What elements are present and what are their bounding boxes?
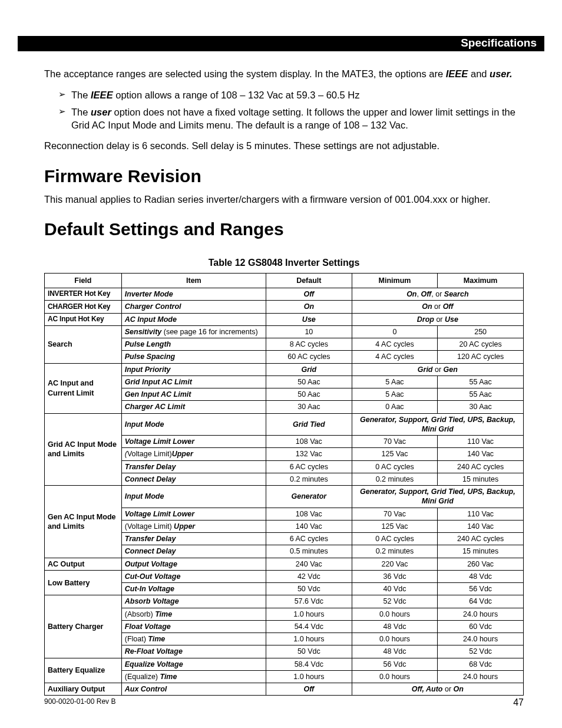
cell-item: (Voltage Limit) Upper: [121, 520, 266, 532]
header-section-label: Specifications: [457, 37, 540, 50]
intro-p1: The acceptance ranges are selected using…: [44, 68, 524, 80]
cell-item: (Float) Time: [121, 633, 266, 645]
cell-item: Charger Control: [121, 301, 266, 313]
cell-field: Low Battery: [45, 570, 122, 595]
cell-min: 0.0 hours: [352, 670, 438, 683]
opt: Off: [421, 290, 431, 298]
table-row: AC Input and Current Limit Input Priorit…: [45, 363, 524, 375]
th-item: Item: [121, 273, 266, 288]
cell-min: 5 Aac: [352, 388, 438, 401]
emph: user.: [490, 68, 513, 79]
th-field: Field: [45, 273, 122, 288]
cell-range: Grid or Gen: [352, 363, 523, 375]
cell-min: 0.2 minutes: [352, 545, 438, 558]
cell-field: Grid AC Input Mode and Limits: [45, 413, 122, 486]
cell-range: Generator, Support, Grid Tied, UPS, Back…: [352, 486, 523, 508]
cell-max: 60 Vdc: [438, 620, 524, 633]
cell-min: 4 AC cycles: [352, 351, 438, 363]
cell-max: 240 AC cycles: [438, 460, 524, 473]
text: and: [468, 68, 490, 79]
cell-field: AC Input and Current Limit: [45, 363, 122, 413]
cell-def: 0.2 minutes: [266, 473, 352, 485]
opt: Grid: [418, 365, 433, 374]
opt: Off: [443, 302, 454, 311]
cell-range: On or Off: [352, 301, 523, 313]
cell-max: 120 AC cycles: [438, 351, 524, 363]
text: Voltage Limit): [127, 450, 172, 458]
cell-def: 1.0 hours: [266, 633, 352, 645]
cell-min: 48 Vdc: [352, 620, 438, 633]
cell-def: 57.6 Vdc: [266, 595, 352, 608]
cell-def: Off: [266, 288, 352, 301]
cell-max: 15 minutes: [438, 545, 524, 558]
cell-item: Absorb Voltage: [121, 595, 266, 608]
cell-max: 64 Vdc: [438, 595, 524, 608]
opt: On: [422, 302, 432, 311]
cell-max: 24.0 hours: [438, 670, 524, 683]
cell-item: Output Voltage: [121, 558, 266, 570]
cell-item: Sensitivity (see page 16 for increments): [121, 325, 266, 338]
footer-doc-id: 900-0020-01-00 Rev B: [44, 697, 115, 708]
emph: Upper: [174, 522, 195, 531]
opt: Drop: [417, 315, 434, 324]
cell-def: 42 Vdc: [266, 570, 352, 582]
cell-item: Cut-Out Voltage: [121, 570, 266, 582]
cell-min: 5 Aac: [352, 375, 438, 388]
cell-min: 36 Vdc: [352, 570, 438, 582]
cell-min: 0: [352, 325, 438, 338]
cell-item: (Voltage Limit)Upper: [121, 448, 266, 460]
cell-item: Cut-In Voltage: [121, 583, 266, 595]
opt: On: [454, 685, 464, 693]
opt: Off, Auto: [412, 685, 443, 693]
cell-def: Grid: [266, 363, 352, 375]
body-content: The acceptance ranges are selected using…: [44, 29, 524, 696]
cell-min: 56 Vdc: [352, 658, 438, 670]
cell-min: 0 AC cycles: [352, 460, 438, 473]
opt: Use: [445, 315, 458, 324]
cell-def: 8 AC cycles: [266, 338, 352, 351]
sep: or: [433, 365, 444, 374]
cell-item: Inverter Mode: [121, 288, 266, 301]
cell-range: Off, Auto or On: [352, 683, 523, 696]
cell-min: 0 Aac: [352, 401, 438, 413]
header-bar: Specifications: [18, 36, 544, 51]
emph: Sensitivity: [125, 328, 162, 336]
cell-def: 60 AC cycles: [266, 351, 352, 363]
intro-bullets: The IEEE option allows a range of 108 – …: [44, 88, 524, 131]
cell-item: Voltage Limit Lower: [121, 508, 266, 520]
cell-min: 0.0 hours: [352, 633, 438, 645]
cell-item: Gen Input AC Limit: [121, 388, 266, 401]
bullet-ieee: The IEEE option allows a range of 108 – …: [58, 88, 524, 101]
cell-def: 108 Vac: [266, 508, 352, 520]
cell-field: Auxiliary Output: [45, 683, 122, 696]
text: (Voltage Limit): [125, 522, 174, 531]
cell-max: 68 Vdc: [438, 658, 524, 670]
cell-min: 0.0 hours: [352, 608, 438, 620]
table-caption: Table 12 GS8048 Inverter Settings: [44, 257, 524, 269]
cell-min: 48 Vdc: [352, 645, 438, 658]
cell-max: 140 Vac: [438, 520, 524, 532]
cell-min: 0 AC cycles: [352, 533, 438, 545]
cell-min: 4 AC cycles: [352, 338, 438, 351]
cell-min: 70 Vac: [352, 508, 438, 520]
cell-item: Input Priority: [121, 363, 266, 375]
cell-def: 50 Vdc: [266, 645, 352, 658]
text: (Float): [125, 635, 148, 643]
table-row: Battery Charger Absorb Voltage 57.6 Vdc …: [45, 595, 524, 608]
cell-def: 1.0 hours: [266, 608, 352, 620]
table-row: Battery Equalize Equalize Voltage 58.4 V…: [45, 658, 524, 670]
table-row: INVERTER Hot Key Inverter Mode Off On, O…: [45, 288, 524, 301]
table-row: CHARGER Hot Key Charger Control On On or…: [45, 301, 524, 313]
cell-item: Pulse Length: [121, 338, 266, 351]
cell-max: 48 Vdc: [438, 570, 524, 582]
cell-def: 140 Vac: [266, 520, 352, 532]
text: (see page 16 for increments): [161, 328, 257, 336]
footer: 900-0020-01-00 Rev B 47: [44, 697, 524, 708]
cell-item: (Absorb) Time: [121, 608, 266, 620]
cell-max: 24.0 hours: [438, 608, 524, 620]
table-row: AC Input Hot Key AC Input Mode Use Drop …: [45, 313, 524, 325]
cell-item: Voltage Limit Lower: [121, 436, 266, 448]
cell-item: Float Voltage: [121, 620, 266, 633]
cell-max: 250: [438, 325, 524, 338]
cell-max: 30 Aac: [438, 401, 524, 413]
